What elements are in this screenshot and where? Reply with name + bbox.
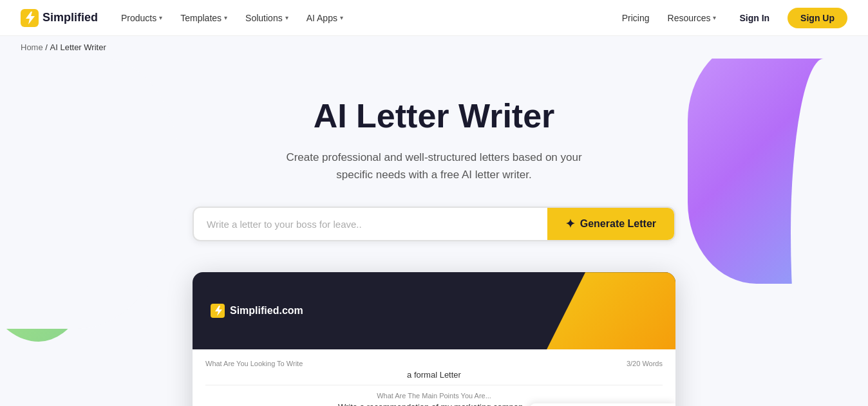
breadcrumb-current: AI Letter Writer [50, 42, 106, 52]
hero-section: AI Letter Writer Create professional and… [0, 59, 868, 406]
app-preview-card: Simplified.com What Are You Looking To W… [193, 272, 675, 406]
signup-button[interactable]: Sign Up [788, 8, 847, 28]
hero-content: AI Letter Writer Create professional and… [0, 59, 868, 406]
breadcrumb: Home / AI Letter Writer [0, 36, 868, 59]
nav-solutions[interactable]: Solutions ▾ [238, 9, 296, 27]
navbar: Simplified Products ▾ Templates ▾ Soluti… [0, 0, 868, 36]
nav-ai-apps[interactable]: AI Apps ▾ [299, 9, 351, 27]
hero-title: AI Letter Writer [13, 97, 855, 136]
preview-body: What Are You Looking To Write 3/20 Words… [193, 349, 675, 406]
preview-logo: Simplified.com [193, 304, 321, 318]
preview-field2-label: What Are The Main Points You Are... [205, 392, 663, 400]
logo-icon [21, 9, 39, 27]
chevron-down-icon: ▾ [713, 14, 716, 21]
letter-input-bar: ✦ Generate Letter [193, 207, 675, 241]
letter-input[interactable] [194, 210, 547, 239]
breadcrumb-home[interactable]: Home [21, 42, 43, 52]
nav-right: Pricing Resources ▾ Sign In Sign Up [617, 8, 847, 28]
preview-logo-text: Simplified.com [230, 305, 303, 317]
chevron-down-icon: ▾ [224, 14, 227, 21]
nav-products[interactable]: Products ▾ [113, 9, 170, 27]
generate-button-label: Generate Letter [580, 218, 656, 230]
preview-field1-label: What Are You Looking To Write [205, 360, 303, 367]
breadcrumb-separator: / [45, 42, 48, 52]
preview-header: Simplified.com [193, 272, 675, 349]
preview-form: What Are You Looking To Write 3/20 Words… [193, 349, 675, 406]
brand-logo[interactable]: Simplified [21, 9, 98, 27]
nav-links: Products ▾ Templates ▾ Solutions ▾ AI Ap… [113, 9, 617, 27]
preview-word-count: 3/20 Words [627, 360, 663, 367]
signin-button[interactable]: Sign In [729, 8, 780, 28]
preview-field1-value: a formal Letter [205, 370, 663, 385]
nav-pricing[interactable]: Pricing [617, 9, 655, 27]
generate-button[interactable]: ✦ Generate Letter [547, 208, 674, 240]
nav-templates[interactable]: Templates ▾ [173, 9, 235, 27]
magic-icon: ✦ [565, 217, 575, 231]
chevron-down-icon: ▾ [340, 14, 343, 21]
hero-subtitle: Create professional and well-structured … [267, 149, 601, 183]
nav-resources[interactable]: Resources ▾ [663, 9, 722, 27]
chevron-down-icon: ▾ [159, 14, 162, 21]
chevron-down-icon: ▾ [285, 14, 288, 21]
preview-floating-card: ‹ › ⚙ Letter Freestyle template [530, 403, 675, 406]
preview-header-accent [547, 272, 675, 349]
brand-name: Simplified [42, 11, 98, 24]
preview-logo-icon [211, 304, 225, 318]
